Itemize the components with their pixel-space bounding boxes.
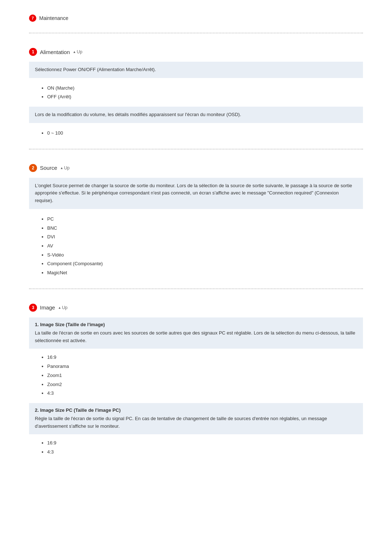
divider-mid2 (29, 288, 363, 289)
list-item: Zoom1 (47, 371, 363, 380)
divider-top (29, 33, 363, 33)
section1-header: 1 Alimentation Up (29, 48, 363, 56)
list-item: 16:9 (47, 353, 363, 362)
section2-up-link[interactable]: Up (60, 165, 70, 171)
section2-header: 2 Source Up (29, 164, 363, 172)
section1-info1: Sélectionnez Power ON/OFF (Alimentation … (29, 62, 363, 78)
section3-list2: 16:9 4:3 (29, 439, 363, 456)
list-item: MagicNet (47, 268, 363, 278)
section3-up-link[interactable]: Up (58, 305, 68, 310)
section-alimentation: 1 Alimentation Up Sélectionnez Power ON/… (29, 48, 363, 138)
maintenance-title: Maintenance (39, 15, 68, 21)
section1-list1: ON (Marche) OFF (Arrêt) (29, 84, 363, 102)
subsection2-desc: Règle la taille de l'écran de sortie du … (35, 415, 357, 430)
section1-number: 1 (29, 48, 37, 56)
section3-header: 3 Image Up (29, 304, 363, 312)
maintenance-header: 7 Maintenance (29, 15, 363, 22)
list-item: S-Vidéo (47, 251, 363, 260)
section-source: 2 Source Up L'onglet Source permet de ch… (29, 164, 363, 278)
section2-title: Source (40, 165, 57, 171)
subsection1-desc: La taille de l'écran de sortie en cours … (35, 329, 357, 345)
section2-number: 2 (29, 164, 37, 172)
list-item: OFF (Arrêt) (47, 93, 363, 102)
list-item: 16:9 (47, 439, 363, 448)
maintenance-icon: 7 (29, 15, 36, 22)
list-item: ON (Marche) (47, 84, 363, 93)
list-item: Zoom2 (47, 380, 363, 389)
subsection2-title: 2. Image Size PC (Taille de l'image PC) (35, 407, 357, 413)
divider-mid1 (29, 149, 363, 149)
subsection1-box: 1. Image Size (Taille de l'image) La tai… (29, 317, 363, 349)
subsection2-box: 2. Image Size PC (Taille de l'image PC) … (29, 403, 363, 435)
subsection1-title: 1. Image Size (Taille de l'image) (35, 322, 357, 327)
list-item: DVI (47, 233, 363, 242)
section1-list2: 0 ~ 100 (29, 129, 363, 138)
section2-list: PC BNC DVI AV S-Vidéo Component (Composa… (29, 215, 363, 278)
section1-up-link[interactable]: Up (73, 49, 82, 54)
list-item: AV (47, 242, 363, 251)
section2-info: L'onglet Source permet de changer la sou… (29, 178, 363, 209)
section1-title: Alimentation (40, 49, 70, 55)
list-item: Panorama (47, 362, 363, 371)
section3-number: 3 (29, 304, 37, 312)
list-item: 4:3 (47, 389, 363, 398)
section1-info2: Lors de la modification du volume, les d… (29, 107, 363, 123)
section3-list1: 16:9 Panorama Zoom1 Zoom2 4:3 (29, 353, 363, 398)
list-item: PC (47, 215, 363, 224)
list-item: 4:3 (47, 448, 363, 457)
section-image: 3 Image Up 1. Image Size (Taille de l'im… (29, 304, 363, 457)
list-item: BNC (47, 224, 363, 233)
list-item: 0 ~ 100 (47, 129, 363, 138)
list-item: Component (Composante) (47, 259, 363, 268)
section3-title: Image (40, 304, 55, 311)
